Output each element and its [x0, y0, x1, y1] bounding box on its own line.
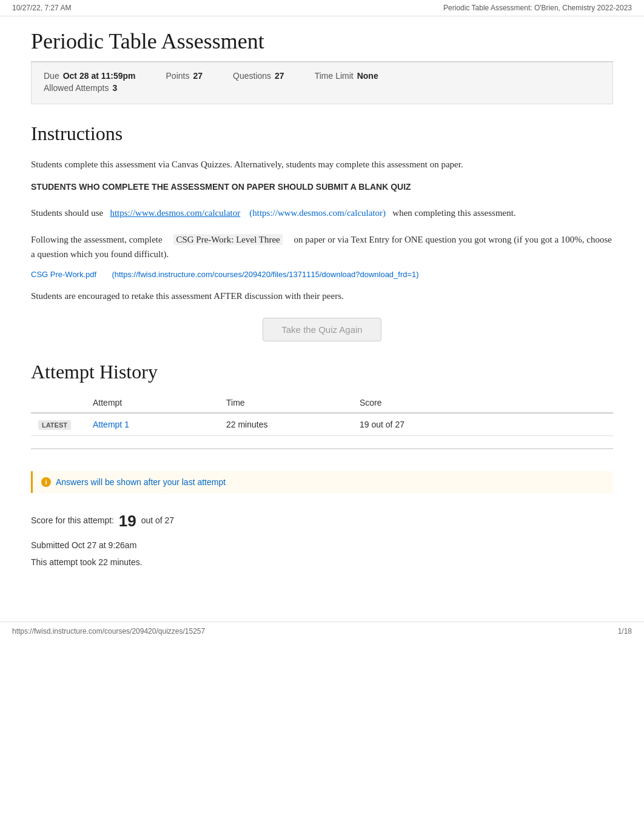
allowed-attempts-label: Allowed Attempts [44, 83, 109, 93]
take-quiz-button[interactable]: Take the Quiz Again [263, 318, 381, 341]
para3-suffix: when completing this assessment. [392, 208, 515, 218]
bottom-bar: https://fwisd.instructure.com/courses/20… [0, 622, 644, 640]
points-item: Points 27 [166, 71, 203, 81]
answer-notice: i Answers will be shown after your last … [31, 471, 613, 493]
quiz-title: Periodic Table Assessment [31, 22, 613, 62]
page-title-bar: Periodic Table Assessment: O'Brien, Chem… [443, 4, 632, 12]
take-quiz-btn-wrapper: Take the Quiz Again [31, 318, 613, 341]
footer-page: 1/18 [618, 627, 632, 635]
submitted-line: Submitted Oct 27 at 9:26am [31, 537, 613, 554]
time-limit-value: None [357, 71, 378, 81]
due-date-item: Due Oct 28 at 11:59pm [44, 71, 136, 81]
time-limit-label: Time Limit [315, 71, 354, 81]
instructions-para3: Students should use https://www.desmos.c… [31, 206, 613, 220]
due-value: Oct 28 at 11:59pm [63, 71, 136, 81]
attempt-time-cell: 22 minutes [219, 413, 352, 436]
quiz-meta-row-2: Allowed Attempts 3 [44, 83, 600, 93]
score-label: Score for this attempt: [31, 515, 114, 525]
instructions-section: Instructions Students complete this asse… [31, 122, 613, 341]
col-time-header: Time [219, 393, 352, 413]
top-bar: 10/27/22, 7:27 AM Periodic Table Assessm… [0, 0, 644, 16]
attempt-table-header-row: Attempt Time Score [31, 393, 613, 413]
points-label: Points [166, 71, 190, 81]
table-row: LATEST Attempt 1 22 minutes 19 out of 27 [31, 413, 613, 436]
score-number: 19 [119, 512, 136, 530]
attempt-history-title: Attempt History [31, 361, 613, 383]
notice-icon: i [41, 477, 51, 487]
attempt-details: i Answers will be shown after your last … [31, 448, 613, 573]
latest-badge: LATEST [38, 420, 71, 430]
col-badge-header [31, 393, 86, 413]
time-limit-item: Time Limit None [315, 71, 378, 81]
para3-prefix: Students should use [31, 208, 103, 218]
questions-value: 27 [275, 71, 284, 81]
instructions-para1: Students complete this assessment via Ca… [31, 157, 613, 172]
timestamp: 10/27/22, 7:27 AM [12, 4, 71, 12]
questions-label: Questions [233, 71, 271, 81]
allowed-attempts-value: 3 [112, 83, 117, 93]
csg-pdf-link[interactable]: CSG Pre-Work.pdf [31, 270, 96, 279]
col-attempt-header: Attempt [86, 393, 219, 413]
attempt-table: Attempt Time Score LATEST Attempt 1 22 m… [31, 393, 613, 436]
footer-url: https://fwisd.instructure.com/courses/20… [12, 627, 205, 635]
para4-prefix: Following the assessment, complete [31, 235, 163, 244]
attempt-time: 22 minutes [226, 420, 267, 429]
allowed-attempts-item: Allowed Attempts 3 [44, 83, 117, 93]
score-suffix: out of 27 [141, 515, 175, 525]
duration-line: This attempt took 22 minutes. [31, 554, 613, 571]
instructions-uppercase-notice: STUDENTS WHO COMPLETE THE ASSESSMENT ON … [31, 180, 613, 193]
answer-notice-text: Answers will be shown after your last at… [56, 477, 226, 487]
due-label: Due [44, 71, 59, 81]
csg-pdf-link-full[interactable]: (https://fwisd.instructure.com/courses/2… [112, 270, 418, 279]
quiz-meta: Due Oct 28 at 11:59pm Points 27 Question… [31, 62, 613, 104]
desmos-link-parens: (https://www.desmos.com/calculator) [249, 208, 386, 218]
attempt-score-cell: 19 out of 27 [352, 413, 613, 436]
score-line: Score for this attempt: 19 out of 27 [31, 505, 613, 537]
questions-item: Questions 27 [233, 71, 284, 81]
score-details: Score for this attempt: 19 out of 27 Sub… [31, 503, 613, 573]
csg-link-block: CSG Pre-Work.pdf (https://fwisd.instruct… [31, 270, 613, 279]
attempt-score: 19 out of 27 [360, 420, 404, 429]
csg-prework-link-inline[interactable]: CSG Pre-Work: Level Three [173, 234, 282, 245]
instructions-para5: Students are encouraged to retake this a… [31, 289, 613, 303]
quiz-meta-row-1: Due Oct 28 at 11:59pm Points 27 Question… [44, 71, 600, 81]
latest-badge-cell: LATEST [31, 413, 86, 436]
col-score-header: Score [352, 393, 613, 413]
instructions-title: Instructions [31, 122, 613, 145]
attempt-1-link[interactable]: Attempt 1 [93, 420, 129, 429]
desmos-link[interactable]: https://www.desmos.com/calculator [110, 208, 240, 218]
points-value: 27 [193, 71, 203, 81]
instructions-para4: Following the assessment, complete CSG P… [31, 232, 613, 261]
attempt-link-cell: Attempt 1 [86, 413, 219, 436]
attempt-history-section: Attempt History Attempt Time Score LATES… [31, 361, 613, 573]
